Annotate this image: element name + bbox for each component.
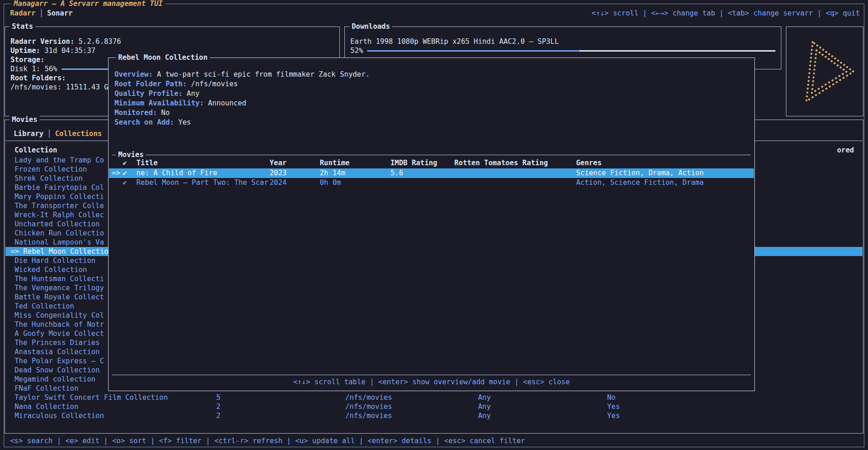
download-item-name: Earth 1998 1080p WEBRip x265 Hindi AAC2.… — [350, 37, 559, 46]
collection-name: Battle Royale Collect — [15, 293, 104, 302]
collection-table-row[interactable]: Taylor Swift Concert Film Collection5/nf… — [5, 393, 863, 402]
movie-runtime: 2h 14m — [320, 168, 390, 178]
modal-movies-rows: =>✔ne: A Child of Fire20232h 14m5.6Scien… — [109, 168, 754, 188]
stats-version-line: Radarr Version:5.2.6.8376 — [10, 37, 334, 46]
detail-root-folder-label: Root Folder Path: — [114, 79, 187, 89]
collection-name: The Transporter Colle — [15, 201, 104, 210]
detail-monitored-value: No — [161, 108, 170, 118]
download-gauge-line: 52% — [350, 46, 775, 55]
downloads-panel-title: Downloads — [349, 22, 392, 31]
logo-panel — [786, 26, 863, 116]
movie-runtime: 0h 0m — [320, 178, 390, 188]
collection-root-folder: /nfs/movies — [345, 402, 392, 411]
modal-title: Rebel Moon Collection — [116, 53, 210, 62]
detail-root-folder-value: /nfs/movies — [191, 79, 238, 89]
column-monitored-check: ✔ — [123, 158, 136, 168]
movie-year: 2024 — [270, 178, 320, 188]
detail-search-on-add-label: Search on Add: — [114, 118, 174, 127]
collection-quality-profile: Any — [478, 393, 491, 402]
app-title: Managarr – A Servarr management TUI — [11, 0, 166, 8]
movie-genres: Action, Science Fiction, Drama — [576, 178, 754, 188]
collection-movie-count: 2 — [216, 411, 220, 420]
monitored-column-header-fragment: ored — [837, 146, 854, 155]
stats-uptime-label: Uptime: — [10, 46, 40, 55]
collection-name: Miraculous Collection — [15, 411, 104, 420]
collection-name: Barbie Fairytopia Col — [15, 183, 104, 192]
collection-monitored: Yes — [607, 411, 620, 420]
stats-uptime-value: 31d 04:35:37 — [44, 46, 95, 55]
modal-keybindings: <↑↓> scroll table | <enter> show overvie… — [109, 377, 754, 387]
collection-root-folder: /nfs/movies — [345, 393, 392, 402]
column-runtime: Runtime — [320, 158, 390, 168]
collection-name: Anastasia Collection — [15, 347, 100, 356]
modal-movie-row[interactable]: =>✔ne: A Child of Fire20232h 14m5.6Scien… — [109, 168, 754, 178]
collection-name: Megamind collection — [15, 375, 95, 384]
collection-details: Overview:A two-part sci-fi epic from fil… — [114, 70, 748, 127]
collection-name: Miss Congeniality Col — [15, 311, 104, 320]
modal-movies-title: Movies — [116, 150, 146, 159]
detail-minimum-availability: Minimum Availability:Announced — [114, 99, 748, 108]
stats-storage-label: Storage: — [10, 55, 45, 64]
column-imdb-rating: IMDB Rating — [390, 158, 454, 168]
modal-table-bottom-rule — [112, 375, 751, 375]
collection-name: FNaF Collection — [15, 384, 78, 393]
collection-name: Chicken Run Collectio — [15, 229, 104, 238]
collection-movie-count: 5 — [216, 393, 220, 402]
collection-name: The Polar Express – C — [15, 356, 104, 366]
tab-sonarr[interactable]: Sonarr — [47, 9, 73, 17]
movie-year: 2023 — [270, 168, 320, 178]
collection-name: Shrek Collection — [15, 174, 83, 183]
collection-table-row[interactable]: Miraculous Collection2/nfs/moviesAnyYes — [5, 411, 863, 420]
collection-name: Lady and the Tramp Co — [15, 156, 104, 165]
collection-name: The Hunchback of Notr — [15, 320, 104, 329]
collection-movie-count: 2 — [216, 402, 220, 411]
collection-name: Wicked Collection — [15, 265, 87, 274]
modal-movies-header: ✔ Title Year Runtime IMDB Rating Rotten … — [109, 158, 754, 168]
detail-quality-profile-label: Quality Profile: — [114, 89, 182, 99]
collection-name: The Princess Diaries — [15, 338, 100, 347]
tab-separator: │ — [39, 9, 43, 17]
collection-quality-profile: Any — [478, 402, 491, 411]
detail-search-on-add: Search on Add:Yes — [114, 118, 748, 127]
detail-minimum-availability-label: Minimum Availability: — [114, 99, 204, 108]
collection-name: The Vengeance Trilogy — [15, 283, 104, 293]
bottom-keybindings: <s> search | <e> edit | <o> sort | <f> f… — [10, 436, 525, 445]
managarr-logo-icon — [790, 37, 859, 106]
tab-radarr[interactable]: Radarr — [10, 9, 36, 17]
row-prefix: => — [112, 168, 123, 178]
detail-overview: Overview:A two-part sci-fi epic from fil… — [114, 70, 748, 79]
column-year: Year — [270, 158, 320, 168]
collection-column-header: Collection — [15, 146, 57, 155]
root-folder-value: /nfs/movies: 11511.43 GB — [10, 83, 113, 92]
stats-version-value: 5.2.6.8376 — [78, 37, 121, 46]
column-title: Title — [136, 158, 270, 168]
collection-name: Taylor Swift Concert Film Collection — [15, 393, 168, 402]
detail-quality-profile: Quality Profile:Any — [114, 89, 748, 99]
collection-name: Uncharted Collection — [15, 220, 100, 229]
collection-monitored: No — [607, 393, 616, 402]
monitored-check-icon: ✔ — [123, 168, 136, 178]
movies-tab-separator: │ — [47, 130, 51, 138]
download-item: Earth 1998 1080p WEBRip x265 Hindi AAC2.… — [350, 37, 775, 46]
modal-movies-section-rule: Movies — [112, 155, 751, 155]
collection-name: Wreck-It Ralph Collec — [15, 210, 104, 220]
collection-name: Die Hard Collection — [15, 256, 95, 265]
detail-search-on-add-value: Yes — [178, 118, 191, 127]
disk-label: Disk 1: 56% — [10, 64, 57, 73]
monitored-check-icon: ✔ — [123, 178, 136, 188]
download-gauge-track — [367, 50, 775, 52]
detail-root-folder: Root Folder Path:/nfs/movies — [114, 79, 748, 89]
detail-quality-profile-value: Any — [187, 89, 199, 99]
tab-collections[interactable]: Collections — [55, 130, 102, 138]
tab-library[interactable]: Library — [14, 130, 43, 138]
stats-version-label: Radarr Version: — [10, 37, 74, 46]
collection-name: Dead Snow Collection — [15, 366, 100, 375]
collection-name: Ted Collection — [15, 302, 74, 311]
detail-minimum-availability-value: Announced — [208, 99, 246, 108]
movie-imdb-rating: 5.6 — [390, 168, 454, 178]
collection-name: Frozen Collection — [15, 165, 87, 174]
collection-root-folder: /nfs/movies — [345, 411, 392, 420]
collection-name: Mary Poppins Collecti — [15, 192, 104, 201]
modal-movie-row[interactable]: ✔Rebel Moon – Part Two: The Scar20240h 0… — [109, 178, 754, 188]
collection-table-row[interactable]: Nana Collection2/nfs/moviesAnyYes — [5, 402, 863, 411]
